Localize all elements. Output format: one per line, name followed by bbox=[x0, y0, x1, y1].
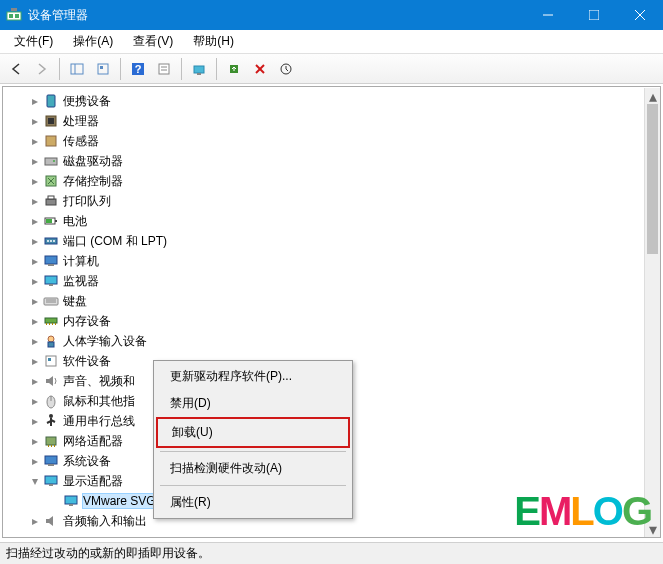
svg-rect-68 bbox=[49, 484, 53, 486]
expander-icon[interactable]: ▸ bbox=[29, 155, 41, 167]
statusbar: 扫描经过改动的或新的即插即用设备。 bbox=[0, 542, 663, 564]
expander-icon[interactable]: ▸ bbox=[29, 135, 41, 147]
expander-icon[interactable]: ▸ bbox=[29, 435, 41, 447]
svg-rect-42 bbox=[49, 284, 53, 286]
svg-text:?: ? bbox=[135, 63, 142, 75]
svg-rect-47 bbox=[46, 323, 47, 325]
category-label: 人体学输入设备 bbox=[63, 333, 147, 350]
tree-category[interactable]: ▸便携设备 bbox=[11, 91, 660, 111]
expander-icon[interactable]: ▸ bbox=[29, 515, 41, 527]
svg-rect-18 bbox=[197, 73, 201, 75]
close-button[interactable] bbox=[617, 0, 663, 30]
device-icon bbox=[43, 513, 59, 529]
device-icon bbox=[43, 473, 59, 489]
tree-category[interactable]: ▸人体学输入设备 bbox=[11, 331, 660, 351]
expander-icon[interactable]: ▸ bbox=[29, 255, 41, 267]
category-label: 监视器 bbox=[63, 273, 99, 290]
category-label: 传感器 bbox=[63, 133, 99, 150]
expander-icon[interactable]: ▸ bbox=[29, 175, 41, 187]
tree-category[interactable]: ▸端口 (COM 和 LPT) bbox=[11, 231, 660, 251]
svg-rect-46 bbox=[45, 318, 57, 323]
tree-category[interactable]: ▸电池 bbox=[11, 211, 660, 231]
svg-point-57 bbox=[49, 414, 53, 418]
scroll-down-icon[interactable]: ▾ bbox=[645, 521, 660, 537]
svg-rect-65 bbox=[45, 456, 57, 464]
tree-category[interactable]: ▸存储控制器 bbox=[11, 171, 660, 191]
expander-icon[interactable]: ▸ bbox=[29, 315, 41, 327]
svg-rect-41 bbox=[45, 276, 57, 284]
scroll-thumb[interactable] bbox=[647, 104, 658, 254]
cm-update-driver[interactable]: 更新驱动程序软件(P)... bbox=[156, 363, 350, 390]
category-label: 存储控制器 bbox=[63, 173, 123, 190]
svg-point-38 bbox=[53, 240, 55, 242]
expander-icon[interactable]: ▸ bbox=[29, 335, 41, 347]
device-icon bbox=[43, 273, 59, 289]
vertical-scrollbar[interactable]: ▴ ▾ bbox=[644, 88, 660, 537]
tb-enable[interactable] bbox=[274, 57, 298, 81]
tb-properties[interactable] bbox=[152, 57, 176, 81]
device-icon bbox=[43, 153, 59, 169]
maximize-button[interactable] bbox=[571, 0, 617, 30]
device-icon bbox=[43, 233, 59, 249]
cm-scan-hardware[interactable]: 扫描检测硬件改动(A) bbox=[156, 455, 350, 482]
svg-rect-23 bbox=[47, 95, 55, 107]
expander-icon[interactable]: ▸ bbox=[29, 375, 41, 387]
expander-icon[interactable]: ▸ bbox=[29, 215, 41, 227]
svg-rect-5 bbox=[589, 10, 599, 20]
tb-export[interactable] bbox=[91, 57, 115, 81]
device-icon bbox=[43, 253, 59, 269]
svg-rect-25 bbox=[48, 118, 54, 124]
category-label: 计算机 bbox=[63, 253, 99, 270]
tree-category[interactable]: ▸传感器 bbox=[11, 131, 660, 151]
tb-scan[interactable] bbox=[187, 57, 211, 81]
expander-icon[interactable]: ▸ bbox=[29, 235, 41, 247]
svg-rect-69 bbox=[65, 496, 77, 504]
expander-icon[interactable]: ▾ bbox=[29, 475, 41, 487]
expander-icon[interactable]: ▸ bbox=[29, 95, 41, 107]
expander-icon[interactable]: ▸ bbox=[29, 455, 41, 467]
device-icon bbox=[43, 313, 59, 329]
scroll-up-icon[interactable]: ▴ bbox=[645, 88, 660, 104]
back-button[interactable] bbox=[4, 57, 28, 81]
tree-category[interactable]: ▸打印队列 bbox=[11, 191, 660, 211]
svg-rect-48 bbox=[49, 323, 50, 325]
expander-icon[interactable]: ▸ bbox=[29, 355, 41, 367]
svg-rect-49 bbox=[52, 323, 53, 325]
cm-uninstall[interactable]: 卸载(U) bbox=[156, 417, 350, 448]
menu-view[interactable]: 查看(V) bbox=[123, 31, 183, 52]
expander-icon[interactable]: ▸ bbox=[29, 295, 41, 307]
device-icon bbox=[43, 93, 59, 109]
cm-properties[interactable]: 属性(R) bbox=[156, 489, 350, 516]
device-icon bbox=[43, 333, 59, 349]
expander-icon[interactable]: ▸ bbox=[29, 275, 41, 287]
svg-rect-17 bbox=[194, 66, 204, 73]
category-label: 端口 (COM 和 LPT) bbox=[63, 233, 167, 250]
app-icon bbox=[6, 7, 22, 23]
category-label: 软件设备 bbox=[63, 353, 111, 370]
svg-rect-61 bbox=[46, 437, 56, 445]
tb-update-driver[interactable] bbox=[222, 57, 246, 81]
forward-button[interactable] bbox=[30, 57, 54, 81]
category-label: 打印队列 bbox=[63, 193, 111, 210]
expander-icon[interactable]: ▸ bbox=[29, 395, 41, 407]
tb-uninstall[interactable] bbox=[248, 57, 272, 81]
menu-file[interactable]: 文件(F) bbox=[4, 31, 63, 52]
expander-icon[interactable]: ▸ bbox=[29, 195, 41, 207]
tb-help[interactable]: ? bbox=[126, 57, 150, 81]
menu-help[interactable]: 帮助(H) bbox=[183, 31, 244, 52]
tree-category[interactable]: ▸监视器 bbox=[11, 271, 660, 291]
tree-category[interactable]: ▸计算机 bbox=[11, 251, 660, 271]
tree-category[interactable]: ▸内存设备 bbox=[11, 311, 660, 331]
tree-category[interactable]: ▸磁盘驱动器 bbox=[11, 151, 660, 171]
svg-rect-54 bbox=[48, 358, 51, 361]
expander-icon[interactable]: ▸ bbox=[29, 115, 41, 127]
category-label: 通用串行总线 bbox=[63, 413, 135, 430]
tree-category[interactable]: ▸处理器 bbox=[11, 111, 660, 131]
svg-rect-50 bbox=[55, 323, 56, 325]
minimize-button[interactable] bbox=[525, 0, 571, 30]
cm-disable[interactable]: 禁用(D) bbox=[156, 390, 350, 417]
tree-category[interactable]: ▸键盘 bbox=[11, 291, 660, 311]
tb-show-hide[interactable] bbox=[65, 57, 89, 81]
expander-icon[interactable]: ▸ bbox=[29, 415, 41, 427]
menu-action[interactable]: 操作(A) bbox=[63, 31, 123, 52]
